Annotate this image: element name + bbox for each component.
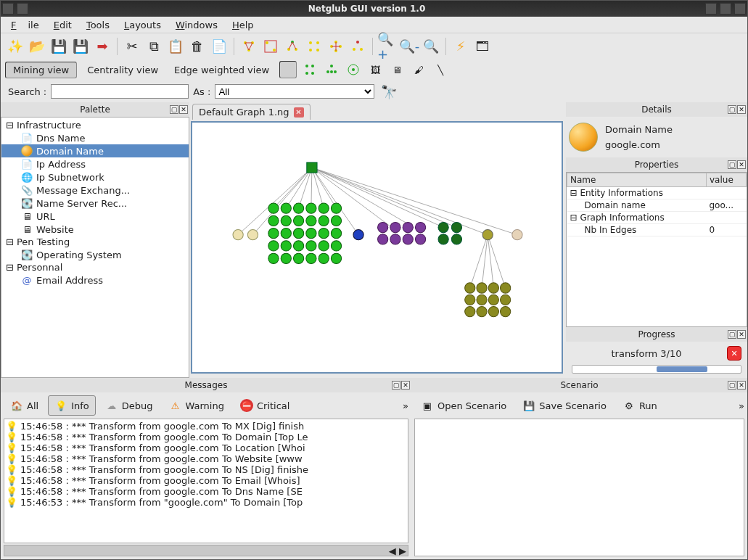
layout3-icon[interactable] bbox=[282, 36, 303, 57]
graph-node[interactable] bbox=[488, 283, 498, 293]
window-maximize-icon[interactable] bbox=[720, 3, 731, 15]
new-icon[interactable]: ✨ bbox=[5, 36, 25, 57]
graph-node[interactable] bbox=[438, 222, 448, 232]
graph-node[interactable] bbox=[306, 203, 316, 213]
graph-node[interactable] bbox=[438, 234, 448, 244]
graph-node[interactable] bbox=[488, 295, 498, 305]
tree-group[interactable]: ⊟ Pen Testing bbox=[1, 236, 189, 248]
copy-icon[interactable]: ⧉ bbox=[144, 36, 164, 57]
graph-node[interactable] bbox=[465, 306, 475, 316]
tree-item-ip-subnetwork[interactable]: 🌐Ip Subnetwork bbox=[1, 170, 189, 184]
palette-tree[interactable]: ⊟ Infrastructure 📄Dns Name Domain Name 📄… bbox=[1, 117, 189, 378]
message-row[interactable]: 💡15:46:58 : *** Transform from google.co… bbox=[6, 421, 406, 432]
tree-item-message-exchange[interactable]: 📎Message Exchang... bbox=[1, 184, 189, 197]
graph-node[interactable] bbox=[233, 230, 243, 240]
graph-node[interactable] bbox=[477, 283, 487, 293]
clear-icon[interactable]: 📄 bbox=[209, 36, 229, 57]
tree-item-dns-name[interactable]: 📄Dns Name bbox=[1, 131, 189, 144]
mining-view-button[interactable]: Mining view bbox=[5, 62, 77, 78]
graph-node[interactable] bbox=[281, 241, 291, 251]
graph-node[interactable] bbox=[390, 234, 400, 244]
properties-undock-icon[interactable]: ▢ bbox=[728, 160, 736, 169]
graph-tab[interactable]: Default Graph 1.ng ✕ bbox=[192, 104, 311, 120]
window-minimize-icon[interactable] bbox=[705, 3, 717, 15]
graph-node[interactable] bbox=[318, 203, 329, 213]
menu-help[interactable]: Help bbox=[226, 18, 260, 32]
graph-node[interactable] bbox=[306, 253, 316, 263]
graph-node[interactable] bbox=[501, 295, 511, 305]
graph-node[interactable] bbox=[318, 241, 329, 251]
menu-tools[interactable]: Tools bbox=[81, 18, 115, 32]
open-icon[interactable]: 📂 bbox=[27, 36, 47, 57]
message-row[interactable]: 💡15:46:58 : *** Transform from google.co… bbox=[6, 453, 406, 464]
tree-item-website[interactable]: 🖥Website bbox=[1, 223, 189, 236]
zoom-in-icon[interactable]: 🔍+ bbox=[377, 36, 398, 57]
graph-node[interactable] bbox=[293, 253, 303, 263]
graph-node[interactable] bbox=[268, 228, 279, 239]
layout-mode3-icon[interactable] bbox=[323, 61, 340, 78]
zoom-out-icon[interactable]: 🔍- bbox=[399, 36, 419, 57]
tree-item-name-server[interactable]: 💽Name Server Rec... bbox=[1, 197, 189, 210]
graph-node[interactable] bbox=[281, 215, 291, 226]
graph-node[interactable] bbox=[306, 241, 316, 251]
filter-debug-button[interactable]: ☁Debug bbox=[99, 395, 160, 416]
layout5-icon[interactable] bbox=[326, 36, 346, 57]
layout6-icon[interactable] bbox=[348, 36, 368, 57]
graph-node[interactable] bbox=[451, 234, 461, 244]
window-menu-icon[interactable] bbox=[2, 3, 14, 15]
message-row[interactable]: 💡15:46:58 : *** Transform from google.co… bbox=[6, 475, 406, 486]
graph-node[interactable] bbox=[477, 306, 487, 316]
action-icon[interactable]: ⚡ bbox=[451, 36, 471, 57]
message-row[interactable]: 💡15:46:58 : *** Transform from google.co… bbox=[6, 464, 406, 475]
palette-undock-icon[interactable]: ▢ bbox=[170, 105, 178, 114]
window-sticky-icon[interactable] bbox=[17, 3, 28, 15]
graph-node[interactable] bbox=[331, 215, 341, 226]
tree-item-ip-address[interactable]: 📄Ip Address bbox=[1, 157, 189, 170]
message-row[interactable]: 💡15:46:58 : *** Transform from google.co… bbox=[6, 442, 406, 453]
run-scenario-button[interactable]: ⚙Run bbox=[616, 395, 664, 416]
message-row[interactable]: 💡15:46:58 : *** Transform from google.co… bbox=[6, 486, 406, 497]
properties-close-icon[interactable]: ✕ bbox=[737, 160, 746, 169]
edge-weighted-view-button[interactable]: Edge weighted view bbox=[168, 62, 275, 78]
tree-group[interactable]: ⊟ Infrastructure bbox=[1, 119, 189, 131]
graph-node[interactable] bbox=[331, 253, 341, 263]
monitor-icon[interactable]: 🖥 bbox=[388, 61, 406, 78]
layout1-icon[interactable] bbox=[239, 36, 259, 57]
export-icon[interactable]: ➡ bbox=[92, 36, 112, 57]
messages-scrollbar[interactable]: ◀ ▶ bbox=[4, 545, 408, 556]
graph-node[interactable] bbox=[306, 228, 316, 239]
graph-node[interactable] bbox=[268, 241, 279, 251]
graph-node[interactable] bbox=[482, 230, 493, 240]
graph-node[interactable] bbox=[268, 215, 279, 226]
details-undock-icon[interactable]: ▢ bbox=[728, 105, 736, 114]
graph-node[interactable] bbox=[512, 230, 522, 240]
messages-undock-icon[interactable]: ▢ bbox=[392, 381, 400, 390]
filter-all-button[interactable]: 🏠All bbox=[4, 395, 45, 416]
graph-node[interactable] bbox=[477, 295, 487, 305]
tree-item-os[interactable]: 💽Operating System bbox=[1, 248, 189, 261]
delete-icon[interactable]: 🗑 bbox=[187, 36, 207, 57]
tree-group[interactable]: ⊟ Personnal bbox=[1, 261, 189, 273]
palette-close-icon[interactable]: ✕ bbox=[179, 105, 188, 114]
progress-stop-button[interactable]: ✕ bbox=[727, 346, 741, 361]
save-scenario-button[interactable]: 💾Save Scenario bbox=[516, 395, 613, 416]
layout2-icon[interactable] bbox=[260, 36, 281, 57]
details-close-icon[interactable]: ✕ bbox=[737, 105, 746, 114]
graph-node[interactable] bbox=[465, 295, 475, 305]
graph-node[interactable] bbox=[247, 230, 258, 240]
search-as-select[interactable]: All bbox=[215, 84, 374, 99]
layout4-icon[interactable] bbox=[304, 36, 324, 57]
graph-node[interactable] bbox=[306, 215, 316, 226]
menu-windows[interactable]: Windows bbox=[170, 18, 223, 32]
graph-node[interactable] bbox=[331, 228, 341, 239]
graph-node[interactable] bbox=[353, 230, 363, 240]
graph-node[interactable] bbox=[268, 203, 279, 213]
graph-node[interactable] bbox=[293, 241, 303, 251]
graph-node[interactable] bbox=[415, 222, 425, 232]
graph-node[interactable] bbox=[331, 203, 341, 213]
scenario-area[interactable] bbox=[414, 419, 744, 556]
binoculars-icon[interactable]: 🔭 bbox=[379, 81, 399, 102]
graph-node[interactable] bbox=[293, 203, 303, 213]
graph-node[interactable] bbox=[318, 215, 329, 226]
scenario-close-icon[interactable]: ✕ bbox=[737, 381, 746, 390]
